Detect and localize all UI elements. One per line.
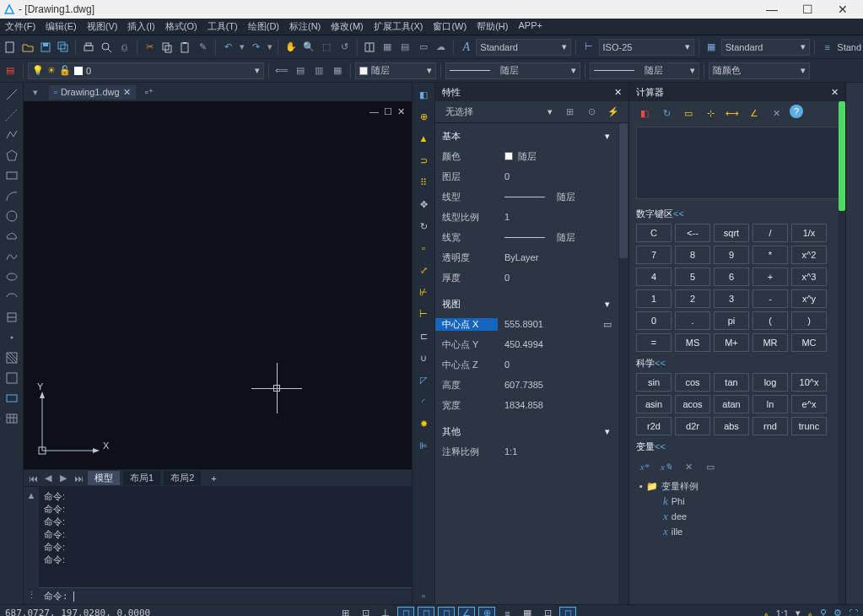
key-5[interactable]: 5 [675, 267, 710, 286]
scikey-cos[interactable]: cos [675, 373, 710, 392]
color-combo[interactable]: 随层▾ [355, 62, 436, 79]
prop-layer-value[interactable]: 0 [498, 171, 617, 181]
calculator-close-icon[interactable]: ✕ [831, 87, 839, 98]
pick-add-icon[interactable]: ⊞ [561, 104, 578, 121]
scikey-ln[interactable]: ln [752, 395, 788, 413]
menu-dim[interactable]: 标注(N) [284, 19, 326, 35]
lwt-icon[interactable]: ≡ [499, 607, 515, 617]
dimstyle-combo[interactable]: ISO-25▾ [599, 39, 694, 56]
key-[interactable]: ) [791, 311, 827, 330]
var-calc-icon[interactable]: ▭ [702, 458, 719, 475]
tab-layout1[interactable]: 布局1 [123, 471, 160, 485]
keypad-section-head[interactable]: 数字键区<< [636, 208, 840, 220]
key-3[interactable]: 3 [714, 289, 749, 308]
lightning-icon[interactable]: ⚡ [605, 104, 622, 121]
var-new-icon[interactable]: x* [636, 458, 653, 475]
extend-icon[interactable]: ⊢ [415, 305, 432, 322]
key-[interactable]: ( [752, 311, 788, 330]
open-icon[interactable] [19, 39, 35, 56]
prop-cy-value[interactable]: 450.4994 [498, 339, 617, 349]
menu-help[interactable]: 帮助(H) [472, 19, 513, 35]
key-m[interactable]: M+ [714, 333, 749, 352]
annoscale-value[interactable]: 1:1 [776, 608, 789, 617]
textstyle-combo[interactable]: Standard▾ [476, 39, 571, 56]
menu-app[interactable]: APP+ [513, 19, 547, 35]
properties-scrollbar[interactable] [618, 123, 628, 604]
polygon-icon[interactable] [3, 147, 20, 164]
undo-icon[interactable]: ↶ [220, 39, 236, 56]
cmd-menu-icon[interactable]: ⋮ [27, 590, 36, 601]
undo-dropdown[interactable]: ▾ [238, 39, 246, 56]
key-7[interactable]: 7 [636, 246, 672, 264]
key-x3[interactable]: x^3 [791, 267, 827, 286]
layer-iso-icon[interactable]: ▥ [310, 62, 327, 79]
properties-close-icon[interactable]: ✕ [614, 87, 622, 98]
plotstyle-combo[interactable]: 随颜色▾ [709, 62, 810, 79]
pline-icon[interactable] [3, 127, 20, 143]
mirror-icon[interactable]: ▲ [415, 130, 432, 147]
calc-x-icon[interactable]: ✕ [768, 105, 785, 122]
region-icon[interactable] [3, 390, 20, 407]
tab-layout2[interactable]: 布局2 [164, 471, 201, 485]
spline-icon[interactable] [3, 248, 20, 265]
rect-icon[interactable] [3, 167, 20, 184]
prop-ltype-value[interactable]: 随层 [498, 191, 617, 203]
scikey-10x[interactable]: 10^x [791, 373, 827, 392]
maximize-button[interactable]: ☐ [797, 2, 817, 17]
var-item[interactable]: xille [639, 524, 840, 539]
coordinates[interactable]: 687.0727, 197.0280, 0.0000 [5, 608, 150, 616]
arc-icon[interactable] [3, 187, 20, 204]
osnap-icon[interactable]: ◻ [438, 607, 455, 617]
var-root[interactable]: ▪ 📁 变量样例 [639, 478, 840, 494]
key-6[interactable]: 6 [714, 267, 749, 286]
ellipse-arc-icon[interactable] [3, 289, 20, 305]
stretch-icon[interactable]: ⤢ [415, 262, 432, 278]
key-pi[interactable]: pi [714, 311, 749, 330]
scikey-d2r[interactable]: d2r [675, 417, 710, 435]
key-ms[interactable]: MS [675, 333, 710, 352]
mlstyle-icon[interactable]: ≡ [819, 39, 835, 56]
dimstyle-icon[interactable]: ⊢ [580, 39, 596, 56]
prop-transp-value[interactable]: ByLayer [498, 252, 617, 262]
layer-combo[interactable]: 💡 ☀ 🔓 0 ▾ [28, 62, 264, 79]
point-icon[interactable] [3, 329, 20, 346]
join-icon[interactable]: ∪ [415, 349, 432, 366]
tab-model[interactable]: 模型 [88, 471, 120, 485]
tablestyle-icon[interactable]: ▦ [704, 39, 720, 56]
layout-first-icon[interactable]: ⏮ [27, 473, 39, 484]
trim-icon[interactable]: ⊬ [415, 284, 432, 300]
key-9[interactable]: 9 [714, 246, 749, 264]
key-1[interactable]: 1 [636, 289, 672, 308]
snap-icon[interactable]: ⊡ [357, 607, 374, 617]
cmd-expand-icon[interactable]: ▲ [27, 490, 36, 500]
section-view[interactable]: 视图▾ [435, 294, 617, 314]
zoom-prev-icon[interactable]: ↺ [337, 39, 353, 56]
key-4[interactable]: 4 [636, 267, 672, 286]
key-[interactable]: / [752, 224, 788, 242]
scikey-abs[interactable]: abs [714, 417, 749, 435]
vars-section-head[interactable]: 变量<< [636, 440, 840, 453]
layout-prev-icon[interactable]: ◀ [42, 473, 54, 484]
key-[interactable]: - [752, 289, 788, 308]
menu-ext[interactable]: 扩展工具(X) [369, 19, 429, 35]
menu-file[interactable]: 文件(F) [0, 19, 40, 35]
textstyle-icon[interactable]: A [458, 39, 474, 56]
calc-scrollbar[interactable] [839, 101, 845, 604]
vp-close-icon[interactable]: ✕ [397, 106, 405, 117]
layer-uniso-icon[interactable]: ▦ [329, 62, 346, 79]
key-[interactable]: = [636, 333, 672, 352]
infer-icon[interactable]: ⊥ [377, 607, 394, 617]
layer-manager-icon[interactable]: ▤ [2, 62, 19, 79]
chamfer-icon[interactable]: ◸ [415, 371, 432, 388]
scikey-acos[interactable]: acos [675, 395, 710, 413]
calculator-display[interactable] [636, 127, 840, 199]
var-item[interactable]: xdee [639, 509, 840, 524]
pan-icon[interactable]: ✋ [283, 39, 299, 56]
menu-draw[interactable]: 绘图(D) [243, 19, 284, 35]
minimize-button[interactable]: — [762, 2, 782, 17]
doc-close-icon[interactable]: ✕ [123, 87, 131, 98]
polar-icon[interactable]: ◻ [418, 607, 434, 617]
doc-history-icon[interactable]: ▾ [27, 84, 44, 100]
match-icon[interactable]: ✎ [195, 39, 211, 56]
dyn-icon[interactable]: ⊕ [478, 607, 495, 617]
